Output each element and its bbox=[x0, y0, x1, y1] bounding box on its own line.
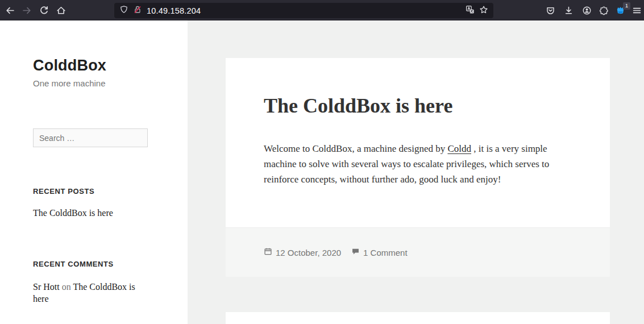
post-card: The ColddBox is here Welcome to ColddBox… bbox=[226, 58, 610, 277]
browser-toolbar: 10.49.158.204 1 bbox=[0, 0, 644, 20]
back-icon bbox=[5, 6, 15, 15]
pocket-button[interactable] bbox=[542, 2, 558, 18]
translate-icon[interactable] bbox=[466, 5, 475, 16]
search-box bbox=[33, 128, 148, 147]
reload-icon bbox=[39, 6, 49, 15]
site-tagline: One more machine bbox=[33, 78, 106, 88]
forward-button[interactable] bbox=[19, 2, 35, 18]
reload-button[interactable] bbox=[36, 2, 52, 18]
post-date-text: 12 October, 2020 bbox=[276, 248, 341, 257]
recent-posts-heading: RECENT POSTS bbox=[33, 187, 94, 196]
post-card-body: The ColddBox is here Welcome to ColddBox… bbox=[226, 58, 610, 227]
post-title-link[interactable]: The ColddBox is here bbox=[264, 93, 452, 118]
recent-post-link[interactable]: The ColddBox is here bbox=[33, 208, 113, 218]
post-text-before-link: Welcome to ColddBox, a machine designed … bbox=[264, 143, 447, 154]
back-button[interactable] bbox=[2, 2, 18, 18]
download-icon bbox=[564, 6, 574, 15]
pocket-icon bbox=[546, 6, 555, 15]
account-icon bbox=[582, 6, 592, 15]
comment-connector: on bbox=[62, 282, 71, 292]
url-text: 10.49.158.204 bbox=[147, 6, 201, 15]
tracking-shield-icon[interactable] bbox=[119, 5, 128, 16]
calendar-icon bbox=[264, 247, 272, 257]
account-button[interactable] bbox=[579, 2, 595, 18]
extensions-puzzle-icon bbox=[599, 6, 609, 15]
post-comments-text: 1 Comment bbox=[363, 248, 408, 257]
next-post-card bbox=[226, 312, 610, 324]
page-viewport: ColddBox One more machine RECENT POSTS T… bbox=[0, 20, 644, 324]
proxy-extension-button[interactable]: 1 bbox=[612, 2, 628, 18]
recent-comment-item: Sr Hott on The ColddBox is here bbox=[33, 281, 149, 305]
insecure-lock-icon[interactable] bbox=[133, 5, 142, 16]
comment-author-link[interactable]: Sr Hott bbox=[33, 282, 60, 292]
url-bar[interactable]: 10.49.158.204 bbox=[114, 3, 493, 18]
menu-button[interactable] bbox=[629, 2, 644, 18]
recent-comments-heading: RECENT COMMENTS bbox=[33, 260, 114, 268]
comment-icon bbox=[351, 247, 360, 257]
forward-icon bbox=[22, 6, 32, 15]
post-body: Welcome to ColddBox, a machine designed … bbox=[264, 141, 563, 187]
coldd-author-link[interactable]: Coldd bbox=[447, 143, 471, 154]
home-icon bbox=[56, 6, 66, 15]
menu-hamburger-icon bbox=[632, 6, 642, 15]
bookmark-star-icon[interactable] bbox=[479, 5, 488, 16]
post-date-link[interactable]: 12 October, 2020 bbox=[264, 247, 341, 257]
post-meta-footer: 12 October, 2020 1 Comment bbox=[226, 227, 610, 277]
extensions-button[interactable] bbox=[596, 2, 612, 18]
download-button[interactable] bbox=[560, 2, 576, 18]
site-title-link[interactable]: ColddBox bbox=[33, 57, 106, 74]
search-input[interactable] bbox=[33, 128, 148, 147]
post-comments-link[interactable]: 1 Comment bbox=[351, 247, 408, 257]
home-button[interactable] bbox=[53, 2, 69, 18]
